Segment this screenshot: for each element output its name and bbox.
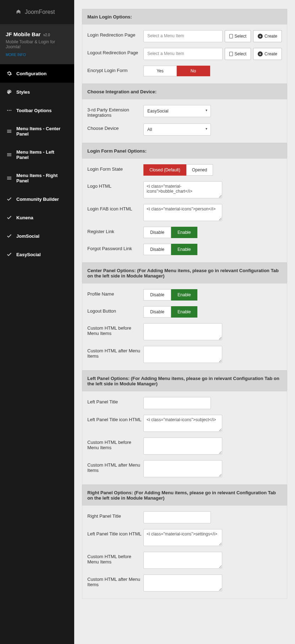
device-label: Choose Device (87, 123, 143, 131)
center-after-textarea[interactable] (143, 346, 222, 363)
logout-redir-select-button[interactable]: Select (225, 48, 251, 60)
left-icon-label: Left Panel Title icon HTML (87, 415, 143, 422)
forgot-link-label: Forgot Password Link (87, 244, 143, 251)
register-link-label: Register Link (87, 227, 143, 234)
sidebar-item-label: Menu Items - Right Panel (16, 173, 68, 183)
brand-logo-icon (16, 9, 21, 15)
fab-html-textarea[interactable] (143, 204, 222, 221)
brand-name: JoomForest (25, 9, 55, 15)
svg-rect-5 (7, 132, 11, 133)
sidebar-item-label: Styles (16, 89, 30, 95)
svg-point-0 (7, 110, 8, 111)
svg-rect-7 (7, 154, 11, 155)
module-info: JF Mobile Bar v2.0 Mobile Toolbar & Logi… (0, 24, 74, 64)
check-icon (6, 252, 12, 257)
encrypt-label: Encrypt Login Form (87, 66, 143, 73)
palette-icon (6, 89, 12, 95)
right-after-textarea[interactable] (143, 574, 222, 591)
sidebar-item-easysocial[interactable]: EasySocial (0, 245, 74, 264)
profile-enable-button[interactable]: Enable (171, 289, 197, 301)
check-icon (6, 196, 12, 202)
logout-redir-input[interactable]: Select a Menu Item (143, 48, 223, 60)
ext-label: 3-rd Party Extension Integrations (87, 105, 143, 118)
sidebar-item-toolbar-options[interactable]: Toolbar Options (0, 101, 74, 120)
left-title-input[interactable] (143, 397, 211, 409)
menu-icon (6, 128, 12, 134)
section-left-panel-body: Left Panel Title Left Panel Title icon H… (82, 391, 287, 485)
logo-html-textarea[interactable] (143, 181, 222, 198)
left-before-textarea[interactable] (143, 437, 222, 455)
module-version: v2.0 (43, 33, 50, 37)
svg-rect-10 (7, 178, 11, 178)
section-integration-body: 3-rd Party Extension Integrations EasySo… (82, 99, 287, 143)
ext-select[interactable]: EasySocial (143, 105, 211, 117)
sidebar-item-kunena[interactable]: Kunena (0, 208, 74, 227)
svg-rect-4 (7, 131, 11, 131)
svg-rect-3 (7, 130, 11, 130)
section-right-panel-header: Right Panel Options: (For Adding Menu it… (82, 485, 287, 506)
forgot-enable-button[interactable]: Enable (171, 244, 197, 255)
login-state-opened-button[interactable]: Opened (186, 164, 213, 176)
left-after-textarea[interactable] (143, 460, 222, 477)
device-select[interactable]: All (143, 123, 211, 136)
sidebar-item-styles[interactable]: Styles (0, 83, 74, 101)
right-before-textarea[interactable] (143, 552, 222, 569)
doc-icon (229, 52, 233, 56)
sidebar-item-jomsocial[interactable]: JomSocial (0, 227, 74, 245)
module-subtitle: Mobile Toolbar & Login for Joomla! (6, 39, 69, 49)
sidebar-item-label: Kunena (16, 215, 33, 220)
fab-html-label: Login FAB icon HTML (87, 204, 143, 211)
profile-disable-button[interactable]: Disable (143, 289, 171, 301)
sidebar-item-menu-center[interactable]: Menu Items - Center Panel (0, 120, 74, 143)
right-icon-textarea[interactable] (143, 529, 222, 546)
logout-redir-create-button[interactable]: +Create (253, 48, 282, 60)
center-before-textarea[interactable] (143, 323, 222, 340)
logout-button-label: Logout Button (87, 306, 143, 314)
svg-rect-6 (7, 153, 11, 154)
gear-icon (6, 71, 12, 76)
plus-circle-icon: + (258, 51, 263, 56)
sidebar-item-menu-right[interactable]: Menu Items - Right Panel (0, 166, 74, 190)
sidebar-item-label: JomSocial (16, 233, 39, 239)
logo-html-label: Logo HTML (87, 181, 143, 189)
right-title-input[interactable] (143, 511, 211, 523)
sidebar-item-configuration[interactable]: Configuration (0, 64, 74, 83)
sidebar-item-menu-left[interactable]: Menu Items - Left Panel (0, 143, 74, 166)
brand: JoomForest (0, 0, 74, 24)
right-before-label: Custom HTML before Menu Items (87, 552, 143, 565)
register-enable-button[interactable]: Enable (171, 227, 197, 238)
logout-enable-button[interactable]: Enable (171, 306, 197, 318)
doc-icon (229, 34, 233, 38)
logout-disable-button[interactable]: Disable (143, 306, 171, 318)
encrypt-no-button[interactable]: No (177, 66, 210, 76)
forgot-disable-button[interactable]: Disable (143, 244, 171, 255)
sidebar-item-label: Community Builder (16, 197, 59, 202)
sidebar-item-label: Configuration (16, 71, 47, 76)
svg-rect-11 (7, 179, 11, 180)
register-disable-button[interactable]: Disable (143, 227, 171, 238)
content: Main Login Options: Login Redirection Pa… (74, 0, 295, 644)
right-title-label: Right Panel Title (87, 511, 143, 519)
login-state-closed-button[interactable]: Closed (Default) (143, 164, 186, 176)
logout-redir-label: Logout Redirection Page (87, 48, 143, 55)
left-after-label: Custom HTML after Menu Items (87, 460, 143, 473)
more-info-link[interactable]: MORE INFO (6, 53, 26, 57)
sidebar: JoomForest JF Mobile Bar v2.0 Mobile Too… (0, 0, 74, 644)
dots-icon (6, 108, 12, 113)
section-center-panel-body: Profile Name Disable Enable Logout Butto… (82, 284, 287, 370)
sidebar-item-community-builder[interactable]: Community Builder (0, 190, 74, 208)
login-redir-create-button[interactable]: +Create (253, 30, 282, 42)
center-before-label: Custom HTML before Menu Items (87, 323, 143, 336)
section-integration-header: Choose Integration and Device: (82, 84, 287, 99)
svg-rect-9 (7, 177, 11, 177)
left-icon-textarea[interactable] (143, 415, 222, 432)
module-title: JF Mobile Bar (6, 31, 40, 37)
login-state-label: Login Form State (87, 164, 143, 172)
sidebar-item-label: Menu Items - Center Panel (16, 126, 68, 137)
login-redir-input[interactable]: Select a Menu Item (143, 30, 223, 42)
section-login-panel-body: Login Form State Closed (Default) Opened… (82, 159, 287, 263)
left-before-label: Custom HTML before Menu Items (87, 437, 143, 450)
encrypt-yes-button[interactable]: Yes (143, 66, 177, 76)
login-redir-select-button[interactable]: Select (225, 30, 251, 42)
section-login-panel-header: Login Form Panel Options: (82, 143, 287, 159)
